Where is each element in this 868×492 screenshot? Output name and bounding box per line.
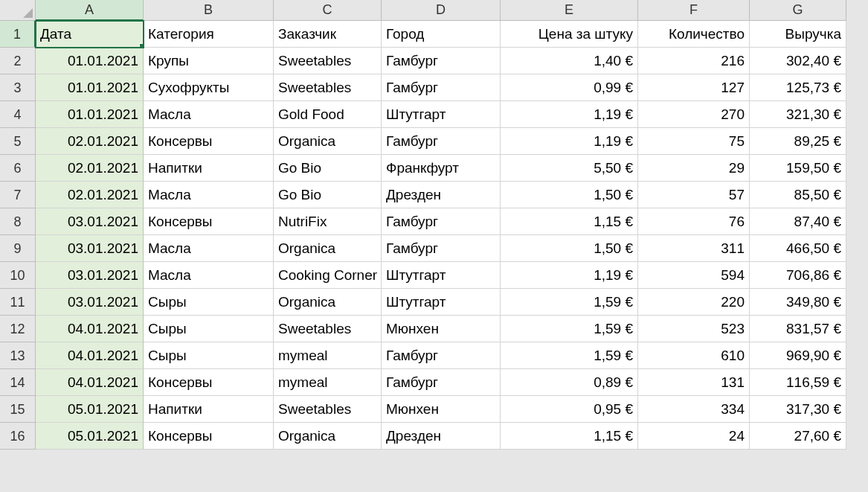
cell-C2[interactable]: Sweetables (274, 48, 382, 74)
cell-F13[interactable]: 610 (638, 342, 750, 369)
cell-F2[interactable]: 216 (638, 48, 750, 74)
cell-D5[interactable]: Гамбург (382, 128, 501, 155)
cell-G2[interactable]: 302,40 € (750, 48, 846, 74)
cell-F14[interactable]: 131 (638, 369, 750, 396)
cell-G11[interactable]: 349,80 € (750, 289, 846, 316)
cell-C10[interactable]: Cooking Corner (274, 262, 382, 289)
cell-C9[interactable]: Organica (274, 235, 382, 262)
cell-B13[interactable]: Сыры (144, 342, 274, 369)
row-header-2[interactable]: 2 (0, 48, 36, 74)
spreadsheet-grid[interactable]: A B C D E F G 1 Дата Категория Заказчик … (0, 0, 868, 450)
cell-D11[interactable]: Штутгарт (382, 289, 501, 316)
cell-D14[interactable]: Гамбург (382, 369, 501, 396)
cell-B6[interactable]: Напитки (144, 155, 274, 182)
cell-A2[interactable]: 01.01.2021 (36, 48, 144, 74)
cell-B7[interactable]: Масла (144, 182, 274, 208)
row-header-5[interactable]: 5 (0, 128, 36, 155)
cell-G5[interactable]: 89,25 € (750, 128, 846, 155)
cell-A8[interactable]: 03.01.2021 (36, 208, 144, 235)
cell-G10[interactable]: 706,86 € (750, 262, 846, 289)
cell-F3[interactable]: 127 (638, 74, 750, 101)
cell-D9[interactable]: Гамбург (382, 235, 501, 262)
select-all-corner[interactable] (0, 0, 36, 21)
cell-D2[interactable]: Гамбург (382, 48, 501, 74)
cell-F6[interactable]: 29 (638, 155, 750, 182)
cell-E8[interactable]: 1,15 € (501, 208, 638, 235)
cell-F4[interactable]: 270 (638, 101, 750, 128)
cell-G1[interactable]: Выручка (750, 21, 846, 48)
cell-D7[interactable]: Дрезден (382, 182, 501, 208)
cell-E13[interactable]: 1,59 € (501, 342, 638, 369)
cell-A1[interactable]: Дата (36, 21, 144, 48)
cell-G7[interactable]: 85,50 € (750, 182, 846, 208)
cell-C3[interactable]: Sweetables (274, 74, 382, 101)
cell-D3[interactable]: Гамбург (382, 74, 501, 101)
cell-A4[interactable]: 01.01.2021 (36, 101, 144, 128)
row-header-3[interactable]: 3 (0, 74, 36, 101)
col-header-B[interactable]: B (144, 0, 274, 21)
row-header-1[interactable]: 1 (0, 21, 36, 48)
cell-F8[interactable]: 76 (638, 208, 750, 235)
cell-D6[interactable]: Франкфурт (382, 155, 501, 182)
col-header-A[interactable]: A (36, 0, 144, 21)
cell-A16[interactable]: 05.01.2021 (36, 423, 144, 450)
cell-B11[interactable]: Сыры (144, 289, 274, 316)
cell-A5[interactable]: 02.01.2021 (36, 128, 144, 155)
cell-A10[interactable]: 03.01.2021 (36, 262, 144, 289)
row-header-15[interactable]: 15 (0, 396, 36, 423)
cell-B2[interactable]: Крупы (144, 48, 274, 74)
cell-E15[interactable]: 0,95 € (501, 396, 638, 423)
row-header-9[interactable]: 9 (0, 235, 36, 262)
cell-C7[interactable]: Go Bio (274, 182, 382, 208)
cell-B5[interactable]: Консервы (144, 128, 274, 155)
cell-A6[interactable]: 02.01.2021 (36, 155, 144, 182)
row-header-14[interactable]: 14 (0, 369, 36, 396)
row-header-11[interactable]: 11 (0, 289, 36, 316)
cell-G3[interactable]: 125,73 € (750, 74, 846, 101)
cell-E1[interactable]: Цена за штуку (501, 21, 638, 48)
cell-B9[interactable]: Масла (144, 235, 274, 262)
cell-G9[interactable]: 466,50 € (750, 235, 846, 262)
cell-A12[interactable]: 04.01.2021 (36, 316, 144, 342)
cell-C15[interactable]: Sweetables (274, 396, 382, 423)
row-header-12[interactable]: 12 (0, 316, 36, 342)
cell-C8[interactable]: NutriFix (274, 208, 382, 235)
cell-A9[interactable]: 03.01.2021 (36, 235, 144, 262)
cell-C14[interactable]: mymeal (274, 369, 382, 396)
row-header-6[interactable]: 6 (0, 155, 36, 182)
cell-B15[interactable]: Напитки (144, 396, 274, 423)
cell-C5[interactable]: Organica (274, 128, 382, 155)
cell-B16[interactable]: Консервы (144, 423, 274, 450)
cell-G8[interactable]: 87,40 € (750, 208, 846, 235)
cell-F7[interactable]: 57 (638, 182, 750, 208)
cell-D1[interactable]: Город (382, 21, 501, 48)
col-header-G[interactable]: G (750, 0, 846, 21)
cell-C16[interactable]: Organica (274, 423, 382, 450)
cell-E16[interactable]: 1,15 € (501, 423, 638, 450)
cell-F1[interactable]: Количество (638, 21, 750, 48)
row-header-7[interactable]: 7 (0, 182, 36, 208)
cell-E6[interactable]: 5,50 € (501, 155, 638, 182)
col-header-F[interactable]: F (638, 0, 750, 21)
cell-D8[interactable]: Гамбург (382, 208, 501, 235)
cell-G15[interactable]: 317,30 € (750, 396, 846, 423)
cell-B4[interactable]: Масла (144, 101, 274, 128)
cell-B10[interactable]: Масла (144, 262, 274, 289)
cell-D4[interactable]: Штутгарт (382, 101, 501, 128)
cell-G13[interactable]: 969,90 € (750, 342, 846, 369)
cell-A3[interactable]: 01.01.2021 (36, 74, 144, 101)
cell-B1[interactable]: Категория (144, 21, 274, 48)
cell-B8[interactable]: Консервы (144, 208, 274, 235)
cell-C4[interactable]: Gold Food (274, 101, 382, 128)
cell-D10[interactable]: Штутгарт (382, 262, 501, 289)
cell-G16[interactable]: 27,60 € (750, 423, 846, 450)
cell-C6[interactable]: Go Bio (274, 155, 382, 182)
cell-F10[interactable]: 594 (638, 262, 750, 289)
cell-E9[interactable]: 1,50 € (501, 235, 638, 262)
cell-G4[interactable]: 321,30 € (750, 101, 846, 128)
cell-F11[interactable]: 220 (638, 289, 750, 316)
row-header-13[interactable]: 13 (0, 342, 36, 369)
cell-E2[interactable]: 1,40 € (501, 48, 638, 74)
row-header-4[interactable]: 4 (0, 101, 36, 128)
cell-A7[interactable]: 02.01.2021 (36, 182, 144, 208)
